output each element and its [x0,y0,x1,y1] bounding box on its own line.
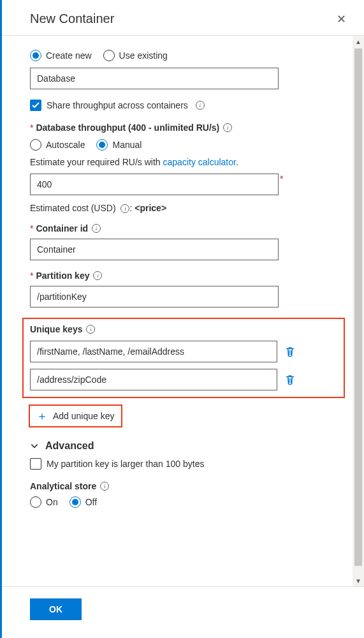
info-icon[interactable]: i [120,204,129,213]
scroll-area: Create new Use existing Share throughput… [2,36,364,586]
radio-autoscale[interactable]: Autoscale [30,139,85,151]
panel-title: New Container [30,11,114,26]
radio-label: Manual [112,140,142,150]
throughput-field: * Database throughput (400 - unlimited R… [30,122,337,213]
radio-manual[interactable]: Manual [96,139,142,151]
info-icon[interactable]: i [92,224,101,233]
share-throughput-row: Share throughput across containers i [30,100,337,111]
advanced-toggle[interactable]: Advanced [30,440,337,452]
info-icon[interactable]: i [86,325,95,334]
trash-icon [284,374,296,385]
unique-key-row [30,369,337,390]
plus-icon: ＋ [36,410,48,422]
container-id-field: * Container id i [30,223,337,260]
radio-dot-icon [30,139,41,151]
info-icon[interactable]: i [100,482,109,491]
share-throughput-label: Share throughput across containers [47,100,188,110]
radio-dot-icon [30,496,41,508]
helper-prefix: Estimate your required RU/s with [30,157,163,167]
delete-unique-key-button[interactable] [284,373,296,386]
panel-header: New Container ✕ [2,0,364,35]
database-mode-radios: Create new Use existing [30,50,337,61]
estimated-cost-row: Estimated cost (USD) i: <price> [30,203,337,213]
throughput-input[interactable] [30,174,279,195]
throughput-label-row: * Database throughput (400 - unlimited R… [30,122,337,133]
required-asterisk: * [30,122,33,133]
partition-key-field: * Partition key i [30,271,337,308]
radio-label: Use existing [119,50,168,61]
radio-create-new[interactable]: Create new [30,50,92,61]
required-asterisk: * [280,174,283,184]
radio-dot-icon [30,50,41,61]
analytical-label-row: Analytical store i [30,481,337,491]
analytical-store-field: Analytical store i On Off [30,481,337,508]
database-mode-field: Create new Use existing [30,50,337,89]
radio-analytical-off[interactable]: Off [69,496,97,508]
throughput-input-wrap: * [30,174,337,195]
database-name-input[interactable] [30,68,279,89]
share-throughput-checkbox[interactable] [30,100,41,111]
estimated-label: Estimated cost (USD) [30,203,118,213]
chevron-down-icon [30,441,39,450]
helper-suffix: . [236,157,238,167]
partition-large-checkbox[interactable] [30,458,41,470]
required-asterisk: * [30,271,33,281]
vertical-scrollbar[interactable]: ▲ ▼ [353,36,364,586]
radio-label: On [46,497,58,507]
info-icon[interactable]: i [223,123,232,132]
scroll-down-arrow-icon[interactable]: ▼ [353,575,364,586]
partition-large-row: My partition key is larger than 100 byte… [30,458,337,470]
required-asterisk: * [30,223,33,234]
partition-large-label: My partition key is larger than 100 byte… [47,459,204,469]
unique-key-input[interactable] [30,369,277,390]
close-button[interactable]: ✕ [337,12,346,26]
radio-label: Create new [46,50,92,61]
panel-body: Create new Use existing Share throughput… [2,36,353,586]
add-unique-key-button[interactable]: ＋ Add unique key [29,404,122,427]
estimated-value: <price> [135,203,166,213]
analytical-label: Analytical store [30,481,96,491]
panel-footer: OK [2,586,364,638]
partition-key-label-row: * Partition key i [30,271,337,281]
scroll-up-arrow-icon[interactable]: ▲ [353,36,364,47]
new-container-panel: New Container ✕ Create new Use existing [0,0,364,638]
container-id-label: Container id [36,223,88,234]
unique-key-input[interactable] [30,341,277,362]
throughput-label: Database throughput (400 - unlimited RU/… [36,122,219,133]
radio-use-existing[interactable]: Use existing [103,50,168,61]
analytical-radios: On Off [30,496,337,508]
capacity-calculator-link[interactable]: capacity calculator [163,157,236,167]
container-id-input[interactable] [30,239,279,260]
partition-key-label: Partition key [36,271,89,281]
radio-dot-icon [103,50,115,61]
container-id-label-row: * Container id i [30,223,337,234]
advanced-label: Advanced [45,440,94,452]
unique-keys-label-row: Unique keys i [30,324,337,334]
trash-icon [284,346,296,357]
unique-key-row [30,341,337,362]
partition-key-input[interactable] [30,286,279,308]
unique-keys-label: Unique keys [30,324,82,334]
radio-dot-icon [69,496,81,508]
delete-unique-key-button[interactable] [284,345,296,358]
ok-button[interactable]: OK [30,598,82,620]
radio-label: Autoscale [46,140,85,150]
info-icon[interactable]: i [93,271,102,280]
throughput-mode-radios: Autoscale Manual [30,139,337,151]
info-icon[interactable]: i [196,101,205,110]
add-unique-key-label: Add unique key [53,411,115,421]
unique-keys-highlight: Unique keys i [22,318,345,398]
radio-label: Off [85,497,97,507]
throughput-helper: Estimate your required RU/s with capacit… [30,157,337,167]
scroll-thumb[interactable] [354,48,362,566]
radio-dot-icon [96,139,108,151]
radio-analytical-on[interactable]: On [30,496,58,508]
checkmark-icon [32,101,40,109]
